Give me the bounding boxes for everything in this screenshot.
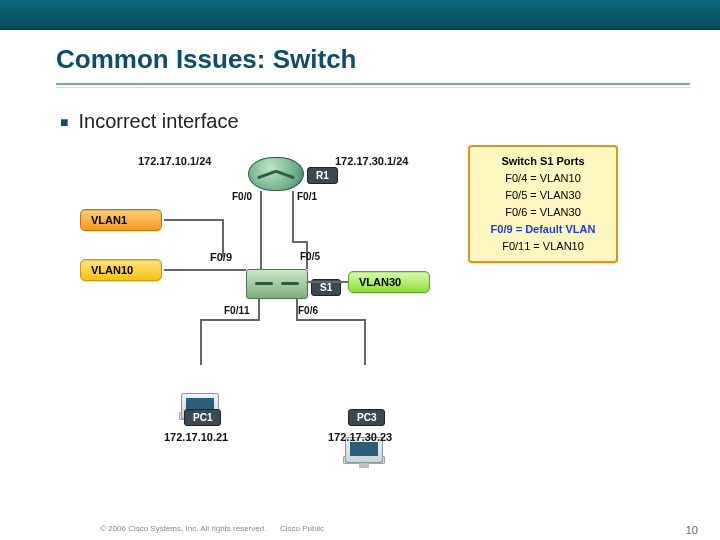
ports-line-highlight: F0/9 = Default VLAN [480,221,606,238]
stand-icon [359,463,369,468]
link-s1-pc1-a [258,299,260,319]
vlan30-badge: VLAN30 [348,271,430,293]
ports-line: F0/4 = VLAN10 [480,170,606,187]
vlan10-badge: VLAN10 [80,259,162,281]
router-label: R1 [307,167,338,184]
pc3-label: PC3 [348,409,385,426]
divider [56,83,690,85]
switch-ports-box: Switch S1 Ports F0/4 = VLAN10 F0/5 = VLA… [468,145,618,263]
pc1-ip: 172.17.10.21 [164,431,228,443]
conn-vlan1b [222,219,224,257]
switch-port-up-left: F0/9 [210,251,232,263]
switch-port-down-left: F0/11 [224,305,250,316]
router-left-ip: 172.17.10.1/24 [138,155,211,167]
link-s1-pc3-b [296,319,366,321]
conn-vlan30 [308,281,348,283]
footer-label: Cisco Public [280,524,324,533]
bullet-text: Incorrect interface [78,110,238,133]
link-r1-s1-right-a [292,191,294,241]
pc1-label: PC1 [184,409,221,426]
router-icon [248,157,304,191]
network-diagram: R1 172.17.10.1/24 172.17.30.1/24 F0/0 F0… [100,151,660,471]
link-s1-pc3-a [296,299,298,319]
footer-copyright: © 2006 Cisco Systems, Inc. All rights re… [100,524,266,533]
bullet-icon: ■ [60,114,68,130]
router-r1 [248,157,304,191]
link-s1-pc1-c [200,319,202,365]
switch-port-up-right: F0/5 [300,251,320,262]
vlan1-badge: VLAN1 [80,209,162,231]
link-r1-s1-left [260,191,262,269]
ports-line: F0/6 = VLAN30 [480,204,606,221]
switch-port-down-right: F0/6 [298,305,318,316]
router-right-ip: 172.17.30.1/24 [335,155,408,167]
pc3 [342,437,386,481]
switch-s1 [246,269,308,299]
conn-vlan1 [164,219,222,221]
page-title: Common Issues: Switch [56,44,720,75]
bullet-item: ■ Incorrect interface [60,110,720,133]
router-port-left: F0/0 [232,191,252,202]
conn-vlan10 [164,269,246,271]
router-port-right: F0/1 [297,191,317,202]
link-s1-pc1-b [200,319,260,321]
title-bar [0,0,720,30]
ports-box-header: Switch S1 Ports [480,153,606,170]
ports-line: F0/11 = VLAN10 [480,238,606,255]
ports-line: F0/5 = VLAN30 [480,187,606,204]
link-s1-pc3-c [364,319,366,365]
divider-thin [56,87,690,88]
pc3-ip: 172.17.30.23 [328,431,392,443]
page-number: 10 [686,524,698,536]
